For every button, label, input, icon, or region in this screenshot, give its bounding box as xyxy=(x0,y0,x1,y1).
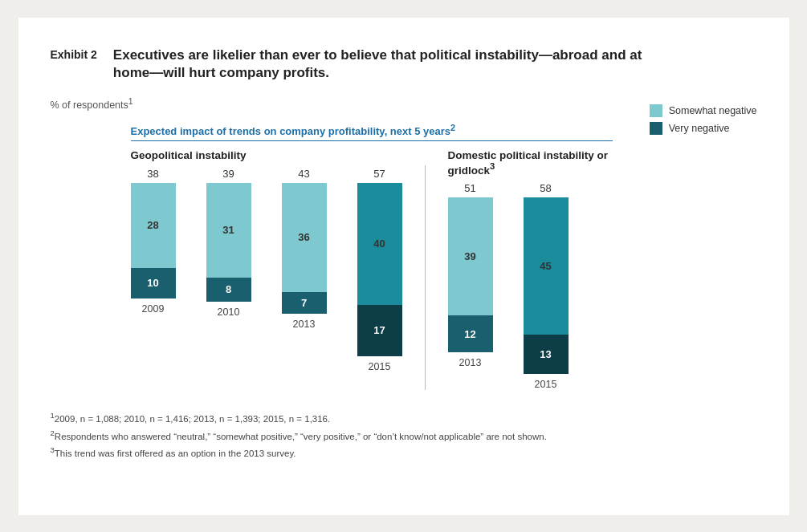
legend-area: Somewhat negative Very negative xyxy=(650,104,757,135)
bar-group-2009: 3828102009 xyxy=(131,168,176,372)
chart-separator xyxy=(425,165,426,391)
bar-somewhat-segment: 40 xyxy=(357,183,402,305)
bar-somewhat-segment: 45 xyxy=(524,197,569,335)
bar-group-2013: 433672013 xyxy=(282,168,327,372)
bar-total-label: 58 xyxy=(540,182,551,194)
geopolitical-label: Geopolitical instability xyxy=(131,149,308,161)
geopolitical-bars: 38281020093931820104336720135740172015 xyxy=(131,168,402,372)
bar-year-label: 2013 xyxy=(459,357,482,368)
bar-very-segment: 13 xyxy=(524,335,569,374)
bar-very-segment: 8 xyxy=(206,278,251,302)
footnote-1: 12009, n = 1,088; 2010, n = 1,416; 2013,… xyxy=(51,409,757,426)
bar-very-segment: 12 xyxy=(448,315,493,352)
bar-group-2015: 5740172015 xyxy=(357,168,402,372)
bar-year-label: 2010 xyxy=(218,307,240,318)
footnote-3: 3This trend was first offered as an opti… xyxy=(51,444,757,461)
bar-very-segment: 7 xyxy=(282,292,327,314)
footnote-2: 2Respondents who answered “neutral,” “so… xyxy=(51,427,757,444)
somewhat-negative-swatch xyxy=(650,104,662,117)
bar-year-label: 2013 xyxy=(293,319,316,330)
bar-total-label: 38 xyxy=(147,168,158,180)
exhibit-label: Exhibit 2 xyxy=(51,48,97,61)
bar-total-label: 57 xyxy=(373,168,385,180)
bar-year-label: 2009 xyxy=(142,303,165,315)
legend-label-very: Very negative xyxy=(669,123,730,134)
legend-item-somewhat: Somewhat negative xyxy=(650,104,757,117)
bar-year-label: 2015 xyxy=(535,379,557,390)
bar-somewhat-segment: 28 xyxy=(131,183,176,268)
bar-somewhat-segment: 31 xyxy=(206,183,251,278)
exhibit-card: Exhibit 2 Executives are likelier than e… xyxy=(18,18,789,515)
chart-section-title: Expected impact of trends on company pro… xyxy=(131,123,613,141)
domestic-label: Domestic political instability or gridlo… xyxy=(448,149,609,177)
legend-label-somewhat: Somewhat negative xyxy=(669,105,757,116)
footnotes: 12009, n = 1,088; 2010, n = 1,416; 2013,… xyxy=(51,409,757,461)
bar-somewhat-segment: 36 xyxy=(282,183,327,292)
bar-somewhat-segment: 39 xyxy=(448,197,493,315)
bar-total-label: 51 xyxy=(464,182,475,194)
bar-total-label: 39 xyxy=(222,168,234,180)
domestic-section: Domestic political instability or gridlo… xyxy=(448,149,609,391)
exhibit-header: Exhibit 2 Executives are likelier than e… xyxy=(51,47,757,83)
domestic-bars: 51391220135845132015 xyxy=(448,182,609,390)
bar-group-2010: 393182010 xyxy=(206,168,251,372)
bar-total-label: 43 xyxy=(298,168,309,180)
bar-very-segment: 10 xyxy=(131,268,176,298)
legend-item-very: Very negative xyxy=(650,122,757,135)
very-negative-swatch xyxy=(650,122,662,135)
geopolitical-section: Geopolitical instability 382810200939318… xyxy=(131,149,402,372)
bar-group-2013: 5139122013 xyxy=(448,182,493,390)
bar-very-segment: 17 xyxy=(357,305,402,356)
bar-year-label: 2015 xyxy=(369,361,391,372)
exhibit-title: Executives are likelier than ever to bel… xyxy=(113,47,659,83)
bar-group-2015: 5845132015 xyxy=(524,182,569,390)
